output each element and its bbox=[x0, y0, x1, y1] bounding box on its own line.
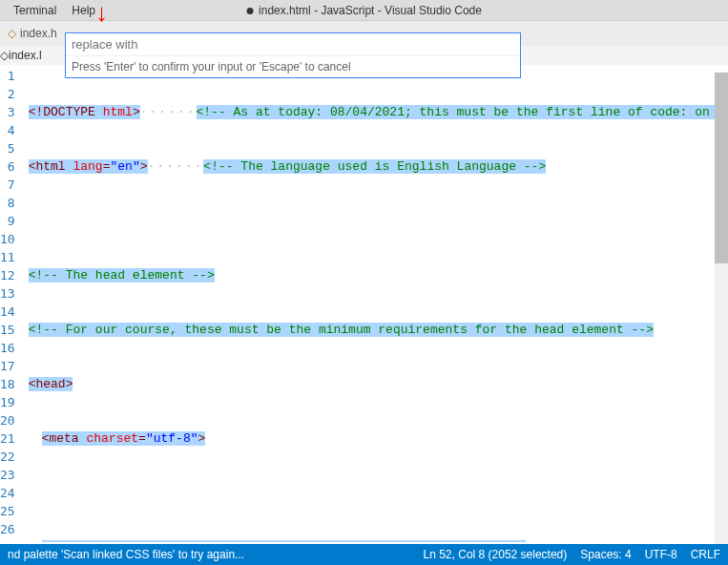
replace-dialog: Press 'Enter' to confirm your input or '… bbox=[65, 32, 521, 78]
replace-input[interactable] bbox=[66, 33, 520, 55]
status-indent[interactable]: Spaces: 4 bbox=[580, 548, 631, 561]
status-message: nd palette 'Scan linked CSS files' to tr… bbox=[8, 548, 244, 561]
code-area[interactable]: <!DOCTYPE html>······<!-- As at today: 0… bbox=[29, 65, 728, 542]
status-cursor-position[interactable]: Ln 52, Col 8 (2052 selected) bbox=[424, 548, 568, 561]
menubar: Terminal Help index.html - JavaScript - … bbox=[0, 0, 728, 21]
menu-terminal[interactable]: Terminal bbox=[6, 4, 64, 17]
tab-index-h[interactable]: index.h bbox=[20, 27, 63, 40]
status-encoding[interactable]: UTF-8 bbox=[645, 548, 677, 561]
modified-dot-icon bbox=[246, 8, 253, 14]
scrollbar-thumb[interactable] bbox=[715, 73, 728, 263]
menu-help[interactable]: Help bbox=[64, 4, 103, 17]
replace-hint: Press 'Enter' to confirm your input or '… bbox=[66, 55, 520, 77]
tab-icon: ◇ bbox=[0, 49, 9, 62]
line-gutter: 1234567891011121314151617181920212223242… bbox=[0, 65, 29, 542]
vertical-scrollbar[interactable] bbox=[715, 73, 728, 544]
tab-icon: ◇ bbox=[0, 27, 20, 40]
code-editor[interactable]: 1234567891011121314151617181920212223242… bbox=[0, 65, 728, 542]
window-title: index.html - JavaScript - Visual Studio … bbox=[246, 4, 482, 17]
tab-index-l[interactable]: index.l bbox=[9, 49, 42, 62]
statusbar: nd palette 'Scan linked CSS files' to tr… bbox=[0, 544, 728, 565]
status-eol[interactable]: CRLF bbox=[691, 548, 720, 561]
